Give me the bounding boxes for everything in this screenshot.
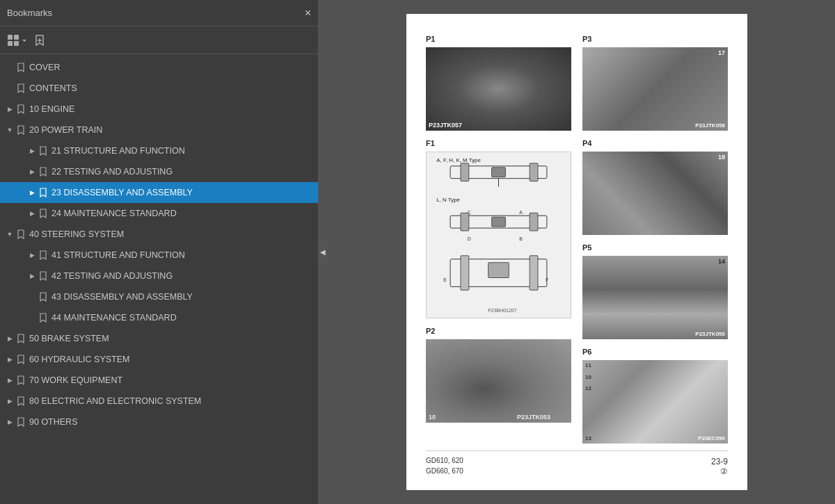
svg-rect-8 xyxy=(461,163,469,181)
svg-rect-22 xyxy=(461,256,469,291)
bookmark-icon xyxy=(15,375,26,385)
close-button[interactable]: × xyxy=(305,8,311,19)
sidebar-item-structure-fn-1[interactable]: ▶ 21 STRUCTURE AND FUNCTION xyxy=(0,140,318,161)
bookmark-icon xyxy=(15,334,26,343)
sidebar-title: Bookmarks xyxy=(7,8,52,18)
figure-f1: F1 A, F, H, K, M Type xyxy=(426,139,571,318)
figure-p5-image: 14 P23JTK050 xyxy=(582,256,728,339)
sidebar-item-label: 43 DISASSEMBLY AND ASSEMBLY xyxy=(51,292,314,302)
bookmark-icon xyxy=(38,292,49,302)
expand-arrow: ▶ xyxy=(4,377,15,384)
bookmark-icon xyxy=(15,125,26,135)
expand-arrow xyxy=(4,85,15,92)
svg-text:B: B xyxy=(519,236,523,241)
expand-arrow: ▶ xyxy=(4,398,15,405)
photo-number-13: 13 xyxy=(585,435,591,441)
sidebar-item-label: 44 MAINTENANCE STANDARD xyxy=(51,313,314,323)
photo-number-12: 12 xyxy=(585,385,591,391)
sidebar-item-label: 42 TESTING AND ADJUSTING xyxy=(51,271,314,281)
figure-p3: P3 17 P23JTK058 xyxy=(582,35,728,131)
document-panel[interactable]: P1 P23JTK057 F1 A, F, H, K, M Type xyxy=(319,0,835,504)
svg-text:A, F, H, K, M Type: A, F, H, K, M Type xyxy=(436,157,481,163)
sidebar-item-power-train[interactable]: ▼ 20 POWER TRAIN xyxy=(0,120,318,140)
svg-rect-3 xyxy=(14,41,19,46)
bookmark-icon xyxy=(15,83,26,93)
svg-rect-16 xyxy=(461,213,469,231)
photo-number: 10 xyxy=(429,414,436,421)
svg-rect-2 xyxy=(8,41,13,46)
svg-rect-17 xyxy=(530,213,538,231)
svg-rect-23 xyxy=(530,256,538,291)
page-sub: ② xyxy=(720,466,728,476)
svg-text:F: F xyxy=(546,277,548,282)
sidebar-header: Bookmarks × xyxy=(0,0,318,26)
sidebar-item-label: 20 POWER TRAIN xyxy=(29,125,314,135)
left-column: P1 P23JTK057 F1 A, F, H, K, M Type xyxy=(426,35,571,444)
svg-rect-0 xyxy=(8,35,13,40)
sidebar-item-label: 41 STRUCTURE AND FUNCTION xyxy=(51,250,314,260)
expand-arrow: ▶ xyxy=(26,210,38,217)
sidebar-item-others[interactable]: ▶ 90 OTHERS xyxy=(0,412,318,432)
svg-rect-10 xyxy=(492,168,506,177)
sidebar-item-work-equip[interactable]: ▶ 70 WORK EQUIPMENT xyxy=(0,370,318,391)
expand-all-icon[interactable] xyxy=(7,34,28,47)
figure-f1-image: A, F, H, K, M Type L, N Type C xyxy=(426,152,571,318)
bookmark-add-icon[interactable] xyxy=(33,34,46,47)
sidebar-item-cover[interactable]: COVER xyxy=(0,57,318,78)
sidebar-item-label: 24 MAINTENANCE STANDARD xyxy=(51,209,314,218)
sidebar-item-structure-fn-2[interactable]: ▶ 41 STRUCTURE AND FUNCTION xyxy=(0,245,318,266)
svg-text:L, N Type: L, N Type xyxy=(436,197,460,203)
document-page: P1 P23JTK057 F1 A, F, H, K, M Type xyxy=(406,14,747,490)
expand-arrow: ▶ xyxy=(26,273,38,279)
sidebar-item-engine[interactable]: ▶ 10 ENGINE xyxy=(0,99,318,120)
photo-number: 17 xyxy=(718,49,725,56)
expand-arrow: ▶ xyxy=(4,418,15,425)
figure-p4: P4 18 xyxy=(582,139,728,235)
expand-arrow xyxy=(4,64,15,71)
bookmark-icon xyxy=(38,209,49,218)
figure-f1-label: F1 xyxy=(426,139,571,147)
svg-rect-1 xyxy=(14,35,19,40)
sidebar-item-hydraulic[interactable]: ▶ 60 HYDRAULIC SYSTEM xyxy=(0,349,318,370)
svg-rect-24 xyxy=(488,263,509,278)
figure-p5: P5 14 P23JTK050 xyxy=(582,243,728,339)
sidebar-item-maintenance-1[interactable]: ▶ 24 MAINTENANCE STANDARD xyxy=(0,203,318,224)
sidebar-item-label: 40 STEERING SYSTEM xyxy=(29,229,314,239)
model-line-1: GD610, 620 xyxy=(426,455,463,466)
photo-number-11: 11 xyxy=(585,362,591,368)
sidebar-item-label: 50 BRAKE SYSTEM xyxy=(29,334,314,343)
footer-model: GD610, 620 GD660, 670 xyxy=(426,455,463,476)
sidebar-item-testing-adj-1[interactable]: ▶ 22 TESTING AND ADJUSTING xyxy=(0,161,318,182)
figure-p1-label: P1 xyxy=(426,35,571,43)
figure-grid: P1 P23JTK057 F1 A, F, H, K, M Type xyxy=(426,35,728,444)
sidebar-item-electric[interactable]: ▶ 80 ELECTRIC AND ELECTRONIC SYSTEM xyxy=(0,391,318,412)
sidebar-item-brake[interactable]: ▶ 50 BRAKE SYSTEM xyxy=(0,328,318,349)
sidebar-item-label: COVER xyxy=(29,63,314,72)
right-column: P3 17 P23JTK058 P4 18 P5 xyxy=(582,35,728,444)
sidebar-item-label: 22 TESTING AND ADJUSTING xyxy=(51,167,314,177)
figure-p1: P1 P23JTK057 xyxy=(426,35,571,131)
page-number: 23-9 xyxy=(711,457,728,466)
sidebar-collapse-button[interactable]: ◀ xyxy=(318,241,328,263)
sidebar-toolbar xyxy=(0,26,318,54)
sidebar-item-contents[interactable]: CONTENTS xyxy=(0,78,318,99)
sidebar-item-label: 60 HYDRAULIC SYSTEM xyxy=(29,355,314,364)
model-line-2: GD660, 670 xyxy=(426,466,463,476)
svg-rect-9 xyxy=(530,163,538,181)
photo-number: 18 xyxy=(718,154,725,161)
sidebar-panel: Bookmarks × xyxy=(0,0,319,504)
figure-p4-image: 18 xyxy=(582,152,728,235)
sidebar-item-testing-adj-2[interactable]: ▶ 42 TESTING AND ADJUSTING xyxy=(0,266,318,286)
sidebar-item-maintenance-2[interactable]: 44 MAINTENANCE STANDARD xyxy=(0,307,318,328)
sidebar-item-label: 10 ENGINE xyxy=(29,104,314,114)
bookmark-icon xyxy=(38,250,49,260)
sidebar-item-label: 21 STRUCTURE AND FUNCTION xyxy=(51,146,314,156)
sidebar-item-steering[interactable]: ▼ 40 STEERING SYSTEM xyxy=(0,224,318,245)
sidebar-item-disassembly-2[interactable]: 43 DISASSEMBLY AND ASSEMBLY xyxy=(0,286,318,307)
svg-text:F23BH01207: F23BH01207 xyxy=(488,308,517,313)
photo-caption: P23JTK058 xyxy=(695,122,725,129)
sidebar-item-disassembly-1[interactable]: ▶ 23 DISASSEMBLY AND ASSEMBLY xyxy=(0,182,318,203)
bookmark-icon xyxy=(15,355,26,364)
expand-arrow: ▶ xyxy=(26,147,38,154)
figure-p2: P2 10 P23JTK053 xyxy=(426,327,571,423)
